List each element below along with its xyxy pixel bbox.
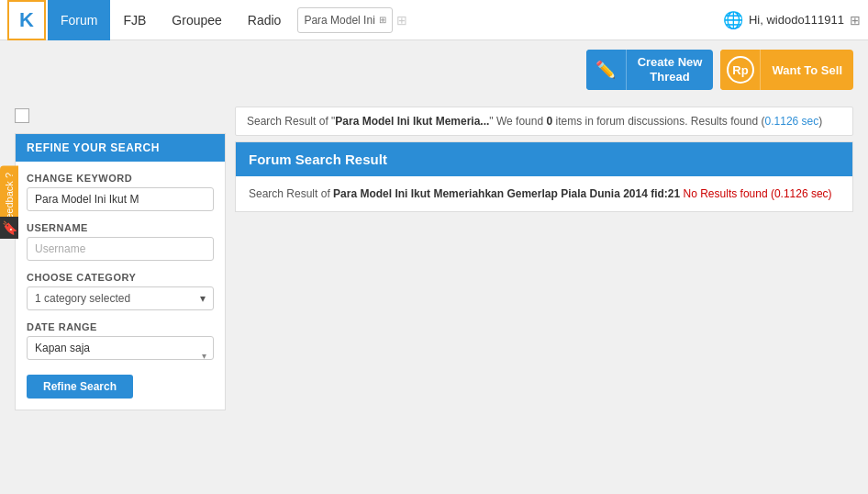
search-info-end: ) [818,115,822,128]
nav-item-forum[interactable]: Forum [48,0,110,40]
create-thread-label: Create New Thread [627,55,714,84]
date-range-wrapper: Kapan saja ▾ [27,336,214,375]
result-no-results: No Results found (0.1126 sec) [680,187,831,200]
main-content: REFINE YOUR SEARCH CHANGE KEYWORD USERNA… [0,99,868,425]
qr-icon: ⊞ [379,15,386,25]
logo-icon: K [19,8,34,32]
right-column: Search Result of "Para Model Ini Ikut Me… [235,99,853,410]
small-icon: 🔖 [2,220,17,235]
result-body: Search Result of Para Model Ini Ikut Mem… [236,176,852,211]
nav-item-groupee[interactable]: Groupee [159,0,234,40]
toolbar: ✏️ Create New Thread Rp Want To Sell [0,40,868,99]
result-header: Forum Search Result [236,142,852,176]
date-range-select[interactable]: Kapan saja [27,336,214,360]
search-info-bar: Search Result of "Para Model Ini Ikut Me… [235,107,853,136]
search-info-keyword: Para Model Ini Ikut Memeria... [335,115,489,128]
want-to-sell-label: Want To Sell [761,63,853,77]
small-icon-tab[interactable]: 🔖 [0,217,18,239]
username-label: USERNAME [27,222,214,233]
checkbox-area[interactable] [15,99,226,126]
flag-icon: 🌐 [723,10,743,30]
create-thread-icon: ✏️ [586,50,627,90]
nav-search-box[interactable]: Para Model Ini ⊞ [297,7,392,33]
search-info-prefix: Search Result of " [247,115,335,128]
result-keyword: Para Model Ini Ikut Memeriahkan Gemerlap… [333,187,680,200]
top-nav: K Forum FJB Groupee Radio Para Model Ini… [0,0,868,40]
user-qr-icon: ⊞ [850,13,861,28]
select-all-checkbox[interactable] [15,108,29,123]
search-info-middle: items in forum discussions. Results foun… [552,115,764,128]
search-info-time: 0.1126 sec [765,115,819,128]
create-thread-button[interactable]: ✏️ Create New Thread [586,50,714,90]
username-input[interactable] [27,237,214,261]
category-label: CHOOSE CATEGORY [27,272,214,283]
change-keyword-label: CHANGE KEYWORD [27,173,214,184]
category-chevron-icon: ▾ [200,292,206,305]
search-info-suffix: " We found [489,115,546,128]
hi-user-text: Hi, widodo111911 [749,13,844,27]
nav-item-radio[interactable]: Radio [235,0,295,40]
refine-panel: REFINE YOUR SEARCH CHANGE KEYWORD USERNA… [15,133,226,410]
refine-header: REFINE YOUR SEARCH [16,134,225,162]
logo-box[interactable]: K [7,0,46,40]
nav-search-text: Para Model Ini [304,14,374,27]
category-value: 1 category selected [35,292,130,305]
rp-circle: Rp [727,56,754,84]
date-range-label: DATE RANGE [27,321,214,332]
keyword-input[interactable] [27,187,214,211]
want-to-sell-button[interactable]: Rp Want To Sell [720,50,853,90]
sell-icon-area: Rp [720,50,761,90]
nav-right: 🌐 Hi, widodo111911 ⊞ [723,10,861,30]
pencil-icon: ✏️ [595,60,616,80]
refine-search-button[interactable]: Refine Search [27,375,133,399]
nav-divider: ⊞ [396,13,407,28]
nav-item-fjb[interactable]: FJB [110,0,159,40]
result-panel: Forum Search Result Search Result of Par… [235,141,853,212]
left-column: REFINE YOUR SEARCH CHANGE KEYWORD USERNA… [15,99,226,410]
refine-body: CHANGE KEYWORD USERNAME CHOOSE CATEGORY … [16,162,225,410]
category-dropdown[interactable]: 1 category selected ▾ [27,286,214,310]
result-prefix: Search Result of [249,187,333,200]
